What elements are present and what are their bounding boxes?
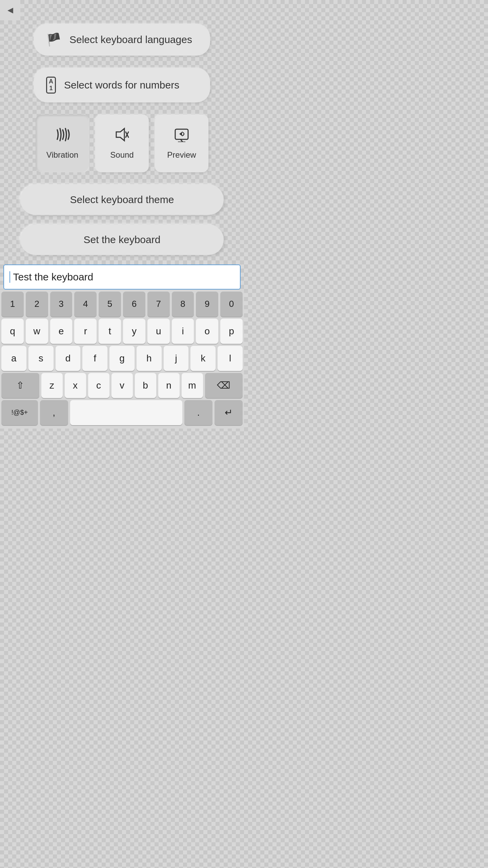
text-cursor bbox=[9, 271, 10, 283]
backspace-key[interactable]: ⌫ bbox=[205, 373, 243, 398]
key-1[interactable]: 1 bbox=[1, 292, 24, 317]
key-c[interactable]: c bbox=[88, 373, 109, 398]
key-b[interactable]: b bbox=[135, 373, 156, 398]
preview-toggle[interactable]: Preview bbox=[155, 115, 208, 172]
key-k[interactable]: k bbox=[190, 346, 216, 371]
sound-toggle[interactable]: Sound bbox=[95, 115, 149, 172]
key-9[interactable]: 9 bbox=[196, 292, 218, 317]
key-e[interactable]: e bbox=[50, 319, 73, 344]
key-h[interactable]: h bbox=[137, 346, 162, 371]
preview-label: Preview bbox=[167, 150, 196, 160]
key-0[interactable]: 0 bbox=[220, 292, 243, 317]
key-4[interactable]: 4 bbox=[74, 292, 97, 317]
select-theme-label: Select keyboard theme bbox=[70, 194, 174, 205]
number-row: 1 2 3 4 5 6 7 8 9 0 bbox=[1, 292, 243, 317]
key-n[interactable]: n bbox=[158, 373, 180, 398]
test-input-text: Test the keyboard bbox=[13, 271, 93, 282]
flag-icon: 🏴 bbox=[46, 33, 61, 47]
words-for-numbers-label: Select words for numbers bbox=[64, 79, 179, 91]
key-l[interactable]: l bbox=[218, 346, 243, 371]
key-5[interactable]: 5 bbox=[99, 292, 121, 317]
shift-key[interactable]: ⇧ bbox=[1, 373, 39, 398]
vibration-icon bbox=[54, 127, 71, 145]
key-t[interactable]: t bbox=[99, 319, 121, 344]
key-r[interactable]: r bbox=[74, 319, 97, 344]
key-w[interactable]: w bbox=[26, 319, 48, 344]
words-for-numbers-button[interactable]: A 1 Select words for numbers bbox=[34, 68, 210, 102]
back-button[interactable]: ◀ bbox=[0, 0, 20, 20]
key-2[interactable]: 2 bbox=[26, 292, 48, 317]
key-6[interactable]: 6 bbox=[123, 292, 145, 317]
key-v[interactable]: v bbox=[111, 373, 133, 398]
key-y[interactable]: y bbox=[123, 319, 145, 344]
key-f[interactable]: f bbox=[82, 346, 107, 371]
key-z[interactable]: z bbox=[41, 373, 63, 398]
key-a[interactable]: a bbox=[1, 346, 26, 371]
key-8[interactable]: 8 bbox=[172, 292, 194, 317]
key-u[interactable]: u bbox=[147, 319, 170, 344]
asdf-row: a s d f g h j k l bbox=[1, 346, 243, 371]
key-d[interactable]: d bbox=[56, 346, 81, 371]
zxcv-row: ⇧ z x c v b n m ⌫ bbox=[1, 373, 243, 398]
sound-icon bbox=[114, 127, 130, 145]
keyboard-languages-label: Select keyboard languages bbox=[69, 34, 192, 45]
select-theme-button[interactable]: Select keyboard theme bbox=[20, 184, 224, 215]
key-q[interactable]: q bbox=[1, 319, 24, 344]
key-7[interactable]: 7 bbox=[147, 292, 170, 317]
set-keyboard-button[interactable]: Set the keyboard bbox=[20, 224, 224, 255]
alpha-numeric-icon: A 1 bbox=[46, 77, 56, 94]
vibration-toggle[interactable]: Vibration bbox=[36, 115, 89, 172]
comma-key[interactable]: , bbox=[40, 400, 68, 425]
sound-label: Sound bbox=[110, 150, 134, 160]
period-key[interactable]: . bbox=[184, 400, 212, 425]
key-p[interactable]: p bbox=[220, 319, 243, 344]
set-keyboard-label: Set the keyboard bbox=[84, 234, 161, 245]
key-g[interactable]: g bbox=[109, 346, 135, 371]
keyboard: 1 2 3 4 5 6 7 8 9 0 q w e r t y u i o p … bbox=[0, 290, 244, 429]
key-m[interactable]: m bbox=[182, 373, 203, 398]
bottom-row: !@$+ , . ↵ bbox=[1, 400, 243, 425]
key-s[interactable]: s bbox=[28, 346, 54, 371]
test-input-field[interactable]: Test the keyboard bbox=[3, 264, 241, 290]
qwerty-row: q w e r t y u i o p bbox=[1, 319, 243, 344]
enter-key[interactable]: ↵ bbox=[215, 400, 243, 425]
key-x[interactable]: x bbox=[65, 373, 86, 398]
vibration-label: Vibration bbox=[46, 150, 78, 160]
key-j[interactable]: j bbox=[164, 346, 189, 371]
key-o[interactable]: o bbox=[196, 319, 218, 344]
preview-icon bbox=[173, 127, 190, 145]
svg-marker-0 bbox=[116, 129, 124, 141]
key-3[interactable]: 3 bbox=[50, 292, 73, 317]
toggle-row: Vibration Sound Preview bbox=[36, 115, 208, 172]
symbol-key[interactable]: !@$+ bbox=[1, 400, 38, 425]
space-key[interactable] bbox=[70, 400, 183, 425]
keyboard-languages-button[interactable]: 🏴 Select keyboard languages bbox=[34, 24, 210, 56]
key-i[interactable]: i bbox=[172, 319, 194, 344]
